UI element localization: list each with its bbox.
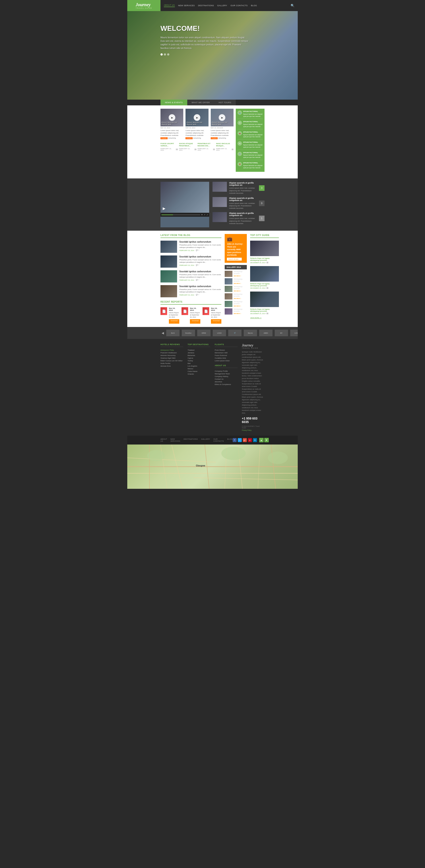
linkedin-icon[interactable]: in <box>253 438 257 442</box>
bottom-nav-about[interactable]: ABOUT US <box>160 438 167 442</box>
gallery-thumb-1[interactable] <box>225 271 233 277</box>
footer-about-4[interactable]: Contact Us <box>215 378 238 380</box>
footer-hotel-5[interactable]: Etiam Cursus Leo Vel Vetiur <box>160 360 183 362</box>
download-button-1[interactable]: Download ↓ <box>169 319 179 323</box>
expand-icon[interactable]: ⤢ <box>207 214 208 216</box>
twitter-icon[interactable]: t <box>238 438 242 442</box>
blog-title-1[interactable]: Souvlaki ignitus carborundum <box>179 241 221 243</box>
blog-title-4[interactable]: Souvlaki ignitus carborundum <box>179 285 221 287</box>
article-title-2[interactable]: SOCIIS ATOQUE PENATIBUS... <box>179 143 196 147</box>
bottom-nav-contacts[interactable]: OUR CONTACTS <box>213 438 224 442</box>
sponsor-prev-arrow[interactable]: ◀ <box>160 331 165 335</box>
footer-flight-1[interactable]: Proin Dictum <box>215 349 238 351</box>
share-icon[interactable]: ↗ <box>204 214 205 216</box>
footer-hotel-2[interactable]: Praevent Vestibulum <box>160 352 183 354</box>
play-button-1[interactable] <box>169 114 175 121</box>
gallery-thumb-3[interactable] <box>225 286 233 292</box>
footer-about-3[interactable]: Company History <box>215 375 238 377</box>
city-img-3[interactable] <box>250 291 279 307</box>
video-thumb-2[interactable]: Epsum factorial non deposit quid... <box>185 109 208 126</box>
city-img-2[interactable] <box>250 266 279 282</box>
feature-video-inner[interactable]: ▶ <box>160 182 209 213</box>
footer-hotel-3[interactable]: Antonim Nonummy <box>160 354 183 356</box>
scroll-down-button[interactable]: ▼ <box>264 438 269 442</box>
nav-about[interactable]: ABOUT US <box>164 4 175 7</box>
article-title-1[interactable]: FUSCE USCIPIT VARIUS... <box>160 143 178 147</box>
feature-play-button[interactable]: ▶ <box>163 206 165 211</box>
nav-destinations[interactable]: DESTINATIONS <box>198 4 214 7</box>
blog-thumb-4[interactable] <box>160 285 177 297</box>
footer-dest-2[interactable]: Jamaica <box>188 352 211 354</box>
footer-dest-5[interactable]: Turkey <box>188 360 211 362</box>
footer-hotel-6[interactable]: Nulla Facilisi <box>160 362 183 364</box>
footer-dest-4[interactable]: Cyprus <box>188 357 211 359</box>
footer-about-1[interactable]: Company Profile <box>215 370 238 372</box>
play-button-3[interactable] <box>219 114 225 121</box>
article-title-3[interactable]: PENATIBUS ET MAGNIS DIS... <box>198 143 215 147</box>
footer-flight-3[interactable]: Fusce Euismod <box>215 354 238 356</box>
blog-thumb-1[interactable] <box>160 241 177 253</box>
tab-hot-tours[interactable]: HOT TOURS <box>214 100 236 105</box>
gallery-thumb-2[interactable] <box>225 278 233 284</box>
download-button-2[interactable]: Download ↓ <box>190 319 200 323</box>
blog-thumb-3[interactable] <box>160 270 177 282</box>
footer-about-2[interactable]: Management Team <box>215 373 238 375</box>
footer-hotel-4[interactable]: Vivamus Eget Nibh <box>160 357 183 359</box>
city-img-1[interactable] <box>250 241 279 256</box>
footer-about-5[interactable]: Advertise <box>215 381 238 383</box>
footer-dest-7[interactable]: Los Angeles <box>188 365 211 367</box>
footer-dest-1[interactable]: Thailand <box>188 349 211 351</box>
sidebar-green-item-2: EPSUM FACTORIAL Epsum factorial non depo… <box>238 121 263 129</box>
bottom-nav-destinations[interactable]: DESTINATIONS <box>183 438 198 442</box>
bottom-nav-new-services[interactable]: NEW SERVICES <box>171 438 180 442</box>
play-button-2[interactable] <box>194 114 200 121</box>
city-title-2[interactable]: Defacto lingo est igpay atinlayarqu prov… <box>250 283 279 287</box>
city-title-3[interactable]: Defacto lingo est igpay atinlayarqu prov… <box>250 308 279 312</box>
blog-thumb-2[interactable] <box>160 255 177 268</box>
footer-flight-5[interactable]: Lorem ipsum Dolor <box>215 360 238 362</box>
search-icon[interactable]: 🔍 <box>291 4 295 7</box>
googleplus-icon[interactable]: g+ <box>243 438 247 442</box>
video-thumb-1[interactable]: Epsum factorial non deposit quid... <box>160 109 183 126</box>
footer-dest-6[interactable]: Bali <box>188 362 211 364</box>
footer-dest-3[interactable]: Bahamas <box>188 354 211 356</box>
footer-flight-2[interactable]: Elementum Velit <box>215 352 238 354</box>
hero-dot-3[interactable] <box>167 53 169 56</box>
city-title-1[interactable]: Defacto lingo est igpay atinlayarqu prov… <box>250 257 279 261</box>
gallery-thumb-4[interactable] <box>225 293 233 300</box>
view-more-link[interactable]: VIEW MORE >> <box>250 317 279 318</box>
footer-dest-8[interactable]: Mexico <box>188 368 211 370</box>
logo[interactable]: Journey TRAVEL GUIDE <box>127 0 160 11</box>
nav-blog[interactable]: BLOG <box>251 4 257 7</box>
hero-dot-2[interactable] <box>164 53 166 56</box>
nav-gallery[interactable]: GALLERY <box>217 4 227 7</box>
tab-what-we-offer[interactable]: WHAT WE OFFER <box>187 100 214 105</box>
blog-title-3[interactable]: Souvlaki ignitus carborundum <box>179 270 221 273</box>
hero-dot-1[interactable] <box>160 53 163 56</box>
footer-flight-4[interactable]: Curabitur Ante <box>215 357 238 359</box>
footer-about-6[interactable]: Ethics & Compliance <box>215 383 238 385</box>
like-icon[interactable]: ♥ <box>202 214 203 216</box>
gallery-thumb-6[interactable] <box>225 308 233 315</box>
facebook-icon[interactable]: f <box>233 438 237 442</box>
jobs-search-button[interactable]: Search all jobs → <box>227 258 242 260</box>
footer-hotel-7[interactable]: Aenean Eros <box>160 365 183 367</box>
footer-dest-9[interactable]: Cuba Havan <box>188 370 211 372</box>
footer-hotel-1[interactable]: Anterposm Philia <box>160 349 183 351</box>
footer-dest-10[interactable]: Orlando <box>188 373 211 375</box>
nav-new-services[interactable]: NEW SERVICES <box>178 4 195 7</box>
bottom-nav-blog[interactable]: BLOG <box>227 438 233 442</box>
download-button-3[interactable]: Download ↓ <box>211 319 221 323</box>
feature-progress-bar[interactable] <box>161 215 200 215</box>
article-title-4[interactable]: NASC IDICULUS MUSQUI... <box>216 143 234 147</box>
article-date-1: FEBRUARY 10, 2014 7 <box>160 148 178 151</box>
nav-contacts[interactable]: OUR CONTACTS <box>231 4 247 7</box>
scroll-up-button[interactable]: ▲ <box>259 438 264 442</box>
bottom-nav-gallery[interactable]: GALLERY <box>201 438 210 442</box>
blog-title-2[interactable]: Souvlaki ignitus carborundum <box>179 255 221 258</box>
video-thumb-3[interactable]: Epsum factorial non deposit quid... <box>211 109 234 126</box>
footer-privacy-link[interactable]: Privacy Policy <box>242 430 252 431</box>
tab-news-events[interactable]: NEWS & EVENTS <box>160 100 187 105</box>
pinterest-icon[interactable]: p <box>248 438 252 442</box>
gallery-thumb-5[interactable] <box>225 301 233 307</box>
